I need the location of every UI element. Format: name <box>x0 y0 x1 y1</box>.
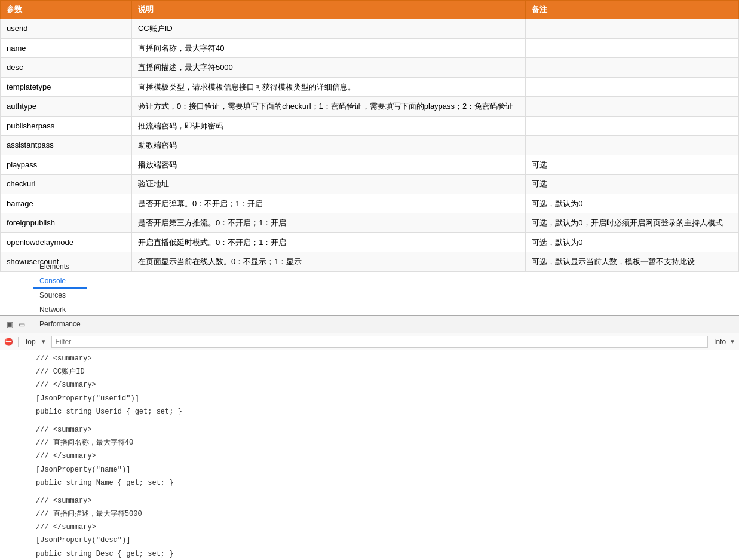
desc-cell: 助教端密码 <box>131 136 525 155</box>
header-note: 备注 <box>526 1 739 19</box>
desc-cell: CC账户ID <box>131 19 525 39</box>
console-line: /// </summary> <box>0 521 739 534</box>
console-line: public string Desc { get; set; } <box>0 548 739 560</box>
desc-cell: 是否开启弹幕。0：不开启；1：开启 <box>131 194 525 213</box>
header-desc: 说明 <box>131 1 525 19</box>
console-line: public string Name { get; set; } <box>0 477 739 490</box>
tab-console[interactable]: Console <box>33 274 87 289</box>
desc-cell: 验证方式，0：接口验证，需要填写下面的checkurl；1：密码验证，需要填写下… <box>131 97 525 117</box>
desc-cell: 播放端密码 <box>131 155 525 175</box>
table-row: useridCC账户ID <box>1 19 739 39</box>
desc-cell: 直播间名称，最大字符40 <box>131 38 525 58</box>
console-line: /// </summary> <box>0 450 739 463</box>
devtools-panel: ▣ ▭ ElementsConsoleSourcesNetworkPerform… <box>0 315 739 560</box>
context-arrow: ▼ <box>41 338 47 345</box>
console-line: /// <summary> <box>0 424 739 437</box>
table-row: authtype验证方式，0：接口验证，需要填写下面的checkurl；1：密码… <box>1 97 739 117</box>
note-cell <box>526 19 739 39</box>
console-line: /// <summary> <box>0 353 739 366</box>
param-cell: checkurl <box>1 175 132 194</box>
desc-cell: 在页面显示当前在线人数。0：不显示；1：显示 <box>131 252 525 272</box>
note-cell <box>526 58 739 78</box>
clear-icon[interactable]: ⛔ <box>4 337 13 347</box>
note-cell <box>526 97 739 117</box>
param-cell: publisherpass <box>1 116 132 136</box>
console-toolbar: ⛔ top ▼ Info ▼ <box>0 333 739 350</box>
param-cell: userid <box>1 19 132 39</box>
table-row: playpass播放端密码可选 <box>1 155 739 175</box>
console-line: [JsonProperty("desc")] <box>0 534 739 547</box>
console-line: /// <summary> <box>0 495 739 508</box>
table-row: publisherpass推流端密码，即讲师密码 <box>1 116 739 136</box>
header-param: 参数 <box>1 1 132 19</box>
param-cell: assistantpass <box>1 136 132 155</box>
context-selector[interactable]: top <box>23 338 38 346</box>
param-cell: name <box>1 38 132 58</box>
param-cell: openlowdelaymode <box>1 232 132 252</box>
device-icon[interactable]: ▭ <box>17 320 26 329</box>
param-cell: desc <box>1 58 132 78</box>
note-cell: 可选，默认为0，开启时必须开启网页登录的主持人模式 <box>526 213 739 233</box>
toolbar-separator <box>18 337 19 347</box>
desc-cell: 验证地址 <box>131 175 525 194</box>
desc-cell: 开启直播低延时模式。0：不开启；1：开启 <box>131 232 525 252</box>
note-cell <box>526 77 739 97</box>
level-selector[interactable]: Info <box>713 338 727 346</box>
console-line: [JsonProperty("userid")] <box>0 393 739 406</box>
console-blank <box>0 419 739 424</box>
table-row: barrage是否开启弹幕。0：不开启；1：开启可选，默认为0 <box>1 194 739 213</box>
console-line: /// 直播间描述，最大字符5000 <box>0 508 739 521</box>
tab-network[interactable]: Network <box>33 303 87 317</box>
table-row: checkurl验证地址可选 <box>1 175 739 194</box>
note-cell <box>526 116 739 136</box>
filter-input[interactable] <box>51 336 708 348</box>
console-line: [JsonProperty("name")] <box>0 464 739 477</box>
desc-cell: 推流端密码，即讲师密码 <box>131 116 525 136</box>
note-cell: 可选，默认为0 <box>526 194 739 213</box>
level-arrow: ▼ <box>729 338 735 345</box>
table-row: name直播间名称，最大字符40 <box>1 38 739 58</box>
api-params-table: 参数 说明 备注 useridCC账户IDname直播间名称，最大字符40des… <box>0 0 739 272</box>
console-line: public string Userid { get; set; } <box>0 406 739 419</box>
table-row: foreignpublish是否开启第三方推流。0：不开启；1：开启可选，默认为… <box>1 213 739 233</box>
devtools-tab-bar: ▣ ▭ ElementsConsoleSourcesNetworkPerform… <box>0 316 739 333</box>
param-cell: foreignpublish <box>1 213 132 233</box>
param-cell: authtype <box>1 97 132 117</box>
inspect-icon[interactable]: ▣ <box>5 320 14 329</box>
desc-cell: 直播模板类型，请求模板信息接口可获得模板类型的详细信息。 <box>131 77 525 97</box>
table-row: showusercount在页面显示当前在线人数。0：不显示；1：显示可选，默认… <box>1 252 739 272</box>
param-cell: templatetype <box>1 77 132 97</box>
param-cell: playpass <box>1 155 132 175</box>
table-row: templatetype直播模板类型，请求模板信息接口可获得模板类型的详细信息。 <box>1 77 739 97</box>
console-blank <box>0 490 739 495</box>
table-row: assistantpass助教端密码 <box>1 136 739 155</box>
desc-cell: 是否开启第三方推流。0：不开启；1：开启 <box>131 213 525 233</box>
note-cell: 可选，默认显示当前人数，模板一暂不支持此设 <box>526 252 739 272</box>
table-row: desc直播间描述，最大字符5000 <box>1 58 739 78</box>
console-line: /// 直播间名称，最大字符40 <box>0 437 739 450</box>
note-cell: 可选，默认为0 <box>526 232 739 252</box>
note-cell <box>526 136 739 155</box>
table-row: openlowdelaymode开启直播低延时模式。0：不开启；1：开启可选，默… <box>1 232 739 252</box>
tab-performance[interactable]: Performance <box>33 317 87 332</box>
console-output: /// <summary>/// CC账户ID/// </summary>[Js… <box>0 350 739 560</box>
console-line: /// CC账户ID <box>0 366 739 379</box>
tab-elements[interactable]: Elements <box>33 260 87 274</box>
note-cell: 可选 <box>526 155 739 175</box>
note-cell <box>526 38 739 58</box>
tab-sources[interactable]: Sources <box>33 289 87 303</box>
console-line: /// </summary> <box>0 379 739 392</box>
devtools-icons: ▣ ▭ <box>2 320 29 329</box>
note-cell: 可选 <box>526 175 739 194</box>
param-cell: barrage <box>1 194 132 213</box>
desc-cell: 直播间描述，最大字符5000 <box>131 58 525 78</box>
